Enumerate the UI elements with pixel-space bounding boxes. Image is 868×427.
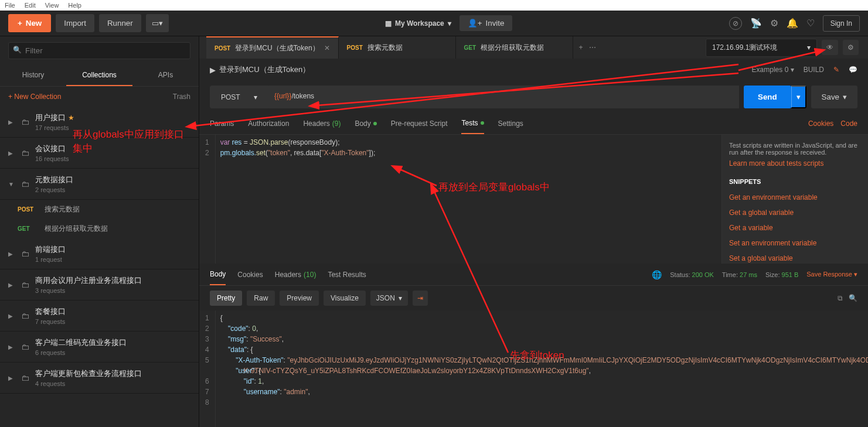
comment-icon[interactable]: 💬 (849, 66, 857, 74)
tab-body[interactable]: Body (355, 114, 376, 134)
pretty-button[interactable]: Pretty (210, 291, 242, 306)
method-selector[interactable]: POST▾ (210, 86, 268, 108)
tab-authorization[interactable]: Authorization (248, 114, 289, 134)
wrap-lines-icon[interactable]: ⇥ (413, 291, 428, 306)
edit-icon[interactable]: ✎ (833, 66, 839, 74)
send-button[interactable]: Send (744, 86, 791, 108)
sync-off-icon[interactable]: ⊘ (729, 17, 742, 30)
tests-editor[interactable]: 12 var res = JSON.parse(responseBody); p… (199, 135, 721, 264)
env-settings-icon[interactable]: ⚙ (843, 40, 859, 55)
menu-help[interactable]: Help (68, 2, 81, 9)
response-tab-cookies[interactable]: Cookies (237, 265, 263, 285)
workspace-selector[interactable]: ▦ My Workspace ▾ (385, 19, 451, 28)
snippet-link[interactable]: Get a global variable (729, 205, 861, 220)
folder-icon: 🗀 (21, 342, 29, 351)
chevron-down-icon: ▼ (8, 181, 15, 187)
import-button[interactable]: Import (56, 14, 94, 32)
more-icon[interactable]: ⋯ (589, 43, 596, 52)
tab-params[interactable]: Params (210, 114, 234, 134)
folder-icon: 🗀 (21, 117, 29, 127)
new-collection-button[interactable]: + New Collection (8, 93, 61, 101)
send-dropdown-icon[interactable]: ▾ (791, 86, 806, 108)
bell-icon[interactable]: 🔔 (787, 18, 798, 29)
request-tab[interactable]: POST 搜索元数据 (339, 36, 456, 59)
settings-icon[interactable]: ⚙ (770, 18, 778, 29)
tab-apis[interactable]: APIs (132, 65, 199, 86)
chevron-down-icon: ▾ (843, 93, 847, 101)
code-link[interactable]: Code (840, 119, 857, 128)
url-input[interactable]: {{url}}/tokens (268, 86, 739, 108)
folder-icon: 🗀 (21, 148, 29, 158)
sidebar: 🔍 History Collections APIs + New Collect… (0, 36, 199, 427)
chevron-down-icon: ▾ (399, 294, 402, 302)
examples-dropdown[interactable]: Examples 0 ▾ (752, 66, 794, 74)
request-item[interactable]: GET根据分组获取元数据 (0, 219, 199, 238)
request-tab[interactable]: POST 登录到MCU（生成Token） ✕ (206, 36, 339, 59)
snippets-title: SNIPPETS (729, 178, 861, 185)
chevron-right-icon: ▶ (8, 344, 15, 350)
save-response-button[interactable]: Save Response ▾ (806, 271, 857, 278)
collection-item[interactable]: ▶ 🗀 用户接口★17 requests (0, 107, 199, 138)
globe-icon[interactable]: 🌐 (652, 270, 662, 279)
menu-edit[interactable]: Edit (25, 2, 36, 9)
runner-button[interactable]: Runner (99, 14, 141, 32)
folder-icon: 🗀 (21, 249, 29, 258)
cookies-link[interactable]: Cookies (808, 119, 833, 128)
menu-view[interactable]: View (45, 2, 59, 9)
environment-selector[interactable]: 172.16.99.1测试环境▾ (706, 39, 817, 57)
snippet-link[interactable]: Get an environment variable (729, 190, 861, 205)
request-item[interactable]: POST搜索元数据 (0, 200, 199, 219)
signin-button[interactable]: Sign In (823, 15, 860, 32)
collection-item[interactable]: ▶ 🗀 商用会议用户注册业务流程接口3 requests (0, 269, 199, 300)
response-tab-tests[interactable]: Test Results (328, 265, 366, 285)
chevron-right-icon: ▶ (210, 66, 216, 74)
collection-item[interactable]: ▶ 🗀 前端接口1 request (0, 238, 199, 269)
test-panel-description: Test scripts are written in JavaScript, … (729, 142, 861, 156)
line-gutter: 12345678 (199, 310, 216, 427)
preview-button[interactable]: Preview (280, 291, 319, 306)
invite-button[interactable]: 👤+Invite (459, 15, 513, 31)
format-selector[interactable]: JSON▾ (370, 291, 408, 306)
chevron-right-icon: ▶ (8, 375, 15, 381)
snippet-link[interactable]: Get a variable (729, 220, 861, 235)
menubar: File Edit View Help (0, 0, 868, 11)
chevron-down-icon: ▾ (448, 19, 451, 28)
person-plus-icon: 👤+ (468, 19, 482, 28)
response-tab-body[interactable]: Body (210, 264, 226, 285)
tab-history[interactable]: History (0, 65, 66, 86)
close-icon[interactable]: ✕ (324, 44, 330, 52)
collection-item[interactable]: ▶ 🗀 客户端二维码充值业务接口6 requests (0, 332, 199, 363)
add-tab-button[interactable]: + (579, 43, 583, 52)
collection-item[interactable]: ▶ 🗀 套餐接口7 requests (0, 300, 199, 332)
response-body[interactable]: 12345678 { "code": 0, "msg": "Success", … (199, 310, 868, 427)
breadcrumb: ▶登录到MCU（生成Token） (210, 64, 310, 75)
trash-link[interactable]: Trash (173, 93, 190, 101)
collection-item[interactable]: ▶ 🗀 客户端更新包检查业务流程接口4 requests (0, 363, 199, 394)
tab-collections[interactable]: Collections (66, 65, 132, 86)
request-tab[interactable]: GET 根据分组获取元数据 (456, 36, 573, 59)
tab-settings[interactable]: Settings (498, 114, 523, 134)
learn-more-link[interactable]: Learn more about tests scripts (729, 156, 861, 171)
open-new-icon[interactable]: ▭▾ (146, 14, 169, 32)
visualize-button[interactable]: Visualize (324, 291, 366, 306)
request-tabs: POST 登录到MCU（生成Token） ✕ POST 搜索元数据 GET 根据… (199, 36, 868, 59)
menu-file[interactable]: File (5, 2, 15, 9)
response-tab-headers[interactable]: Headers (10) (275, 265, 316, 285)
copy-icon[interactable]: ⧉ (838, 294, 843, 302)
tab-tests[interactable]: Tests (461, 113, 484, 134)
tab-headers[interactable]: Headers (9) (303, 114, 341, 134)
new-button[interactable]: +New (8, 14, 51, 32)
heart-icon[interactable]: ♡ (806, 18, 815, 29)
filter-input[interactable] (8, 42, 190, 59)
raw-button[interactable]: Raw (247, 291, 275, 306)
collection-item[interactable]: ▼ 🗀 元数据接口2 requests (0, 169, 199, 200)
tab-prerequest[interactable]: Pre-request Script (391, 114, 448, 134)
build-button[interactable]: BUILD (804, 66, 824, 74)
save-button[interactable]: Save▾ (811, 86, 857, 108)
eye-icon[interactable]: 👁 (822, 40, 838, 55)
snippet-link[interactable]: Set an environment variable (729, 235, 861, 251)
collection-item[interactable]: ▶ 🗀 会议接口16 requests (0, 138, 199, 169)
search-icon[interactable]: 🔍 (849, 294, 857, 302)
folder-icon: 🗀 (21, 311, 29, 320)
antenna-icon[interactable]: 📡 (750, 18, 762, 29)
